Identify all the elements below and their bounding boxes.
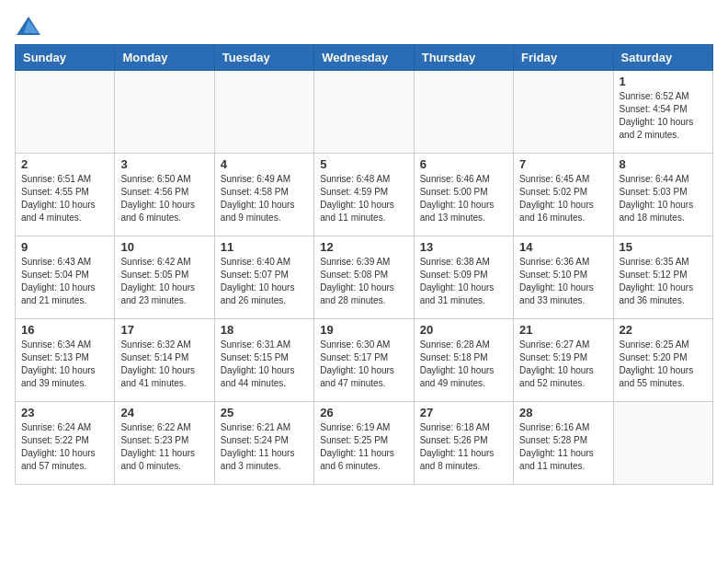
calendar-cell [214,71,313,154]
day-number: 16 [21,323,108,337]
day-number: 28 [519,406,607,419]
day-info: Sunrise: 6:25 AM Sunset: 5:20 PM Dayligh… [620,339,707,390]
calendar-cell: 4Sunrise: 6:49 AM Sunset: 4:58 PM Daylig… [214,154,313,236]
header-day-sunday: Sunday [16,45,115,71]
day-number: 20 [420,323,507,337]
calendar-cell: 6Sunrise: 6:46 AM Sunset: 5:00 PM Daylig… [414,154,513,236]
day-number: 3 [120,157,208,171]
calendar-cell: 8Sunrise: 6:44 AM Sunset: 5:03 PM Daylig… [613,154,712,236]
header-day-monday: Monday [115,45,214,71]
day-number: 10 [120,240,208,254]
header-day-thursday: Thursday [414,45,513,71]
day-info: Sunrise: 6:35 AM Sunset: 5:12 PM Dayligh… [620,256,707,307]
day-number: 11 [221,240,308,254]
calendar-week-5: 23Sunrise: 6:24 AM Sunset: 5:22 PM Dayli… [16,402,713,485]
day-number: 24 [120,406,208,419]
day-number: 26 [320,406,407,419]
page-header [15,15,713,37]
day-info: Sunrise: 6:32 AM Sunset: 5:14 PM Dayligh… [120,339,208,390]
logo [15,15,46,37]
calendar-cell: 19Sunrise: 6:30 AM Sunset: 5:17 PM Dayli… [314,319,414,402]
calendar-cell: 1Sunrise: 6:52 AM Sunset: 4:54 PM Daylig… [613,71,712,154]
day-info: Sunrise: 6:28 AM Sunset: 5:18 PM Dayligh… [420,339,507,390]
day-info: Sunrise: 6:34 AM Sunset: 5:13 PM Dayligh… [21,339,108,390]
calendar-cell: 9Sunrise: 6:43 AM Sunset: 5:04 PM Daylig… [16,236,115,319]
day-info: Sunrise: 6:38 AM Sunset: 5:09 PM Dayligh… [420,256,507,307]
calendar-cell [16,71,115,154]
day-number: 6 [420,157,507,171]
calendar-week-2: 2Sunrise: 6:51 AM Sunset: 4:55 PM Daylig… [16,154,713,236]
day-info: Sunrise: 6:31 AM Sunset: 5:15 PM Dayligh… [221,339,308,390]
calendar-cell: 15Sunrise: 6:35 AM Sunset: 5:12 PM Dayli… [613,236,712,319]
day-info: Sunrise: 6:42 AM Sunset: 5:05 PM Dayligh… [120,256,208,307]
day-info: Sunrise: 6:27 AM Sunset: 5:19 PM Dayligh… [519,339,607,390]
header-day-tuesday: Tuesday [214,45,313,71]
calendar-cell: 22Sunrise: 6:25 AM Sunset: 5:20 PM Dayli… [613,319,712,402]
calendar-cell: 11Sunrise: 6:40 AM Sunset: 5:07 PM Dayli… [214,236,313,319]
day-info: Sunrise: 6:50 AM Sunset: 4:56 PM Dayligh… [120,173,208,224]
calendar-cell [115,71,214,154]
calendar-cell: 14Sunrise: 6:36 AM Sunset: 5:10 PM Dayli… [514,236,613,319]
day-number: 12 [320,240,407,254]
calendar-cell: 3Sunrise: 6:50 AM Sunset: 4:56 PM Daylig… [115,154,214,236]
day-info: Sunrise: 6:24 AM Sunset: 5:22 PM Dayligh… [21,421,108,473]
header-day-friday: Friday [514,45,613,71]
calendar-cell: 13Sunrise: 6:38 AM Sunset: 5:09 PM Dayli… [414,236,513,319]
calendar-cell: 5Sunrise: 6:48 AM Sunset: 4:59 PM Daylig… [314,154,414,236]
day-info: Sunrise: 6:52 AM Sunset: 4:54 PM Dayligh… [620,90,707,142]
day-number: 13 [420,240,507,254]
day-number: 23 [21,406,108,419]
day-number: 27 [420,406,507,419]
calendar-table: SundayMondayTuesdayWednesdayThursdayFrid… [15,44,713,485]
day-info: Sunrise: 6:18 AM Sunset: 5:26 PM Dayligh… [420,421,507,473]
day-info: Sunrise: 6:45 AM Sunset: 5:02 PM Dayligh… [519,173,607,224]
calendar-cell: 7Sunrise: 6:45 AM Sunset: 5:02 PM Daylig… [514,154,613,236]
calendar-week-1: 1Sunrise: 6:52 AM Sunset: 4:54 PM Daylig… [16,71,713,154]
day-info: Sunrise: 6:39 AM Sunset: 5:08 PM Dayligh… [320,256,407,307]
day-info: Sunrise: 6:44 AM Sunset: 5:03 PM Dayligh… [620,173,707,224]
day-number: 25 [221,406,308,419]
day-info: Sunrise: 6:30 AM Sunset: 5:17 PM Dayligh… [320,339,407,390]
day-info: Sunrise: 6:19 AM Sunset: 5:25 PM Dayligh… [320,421,407,473]
day-number: 21 [519,323,607,337]
calendar-cell: 28Sunrise: 6:16 AM Sunset: 5:28 PM Dayli… [514,402,613,485]
calendar-cell: 20Sunrise: 6:28 AM Sunset: 5:18 PM Dayli… [414,319,513,402]
day-number: 8 [620,157,707,171]
calendar-week-4: 16Sunrise: 6:34 AM Sunset: 5:13 PM Dayli… [16,319,713,402]
day-info: Sunrise: 6:43 AM Sunset: 5:04 PM Dayligh… [21,256,108,307]
calendar-cell: 25Sunrise: 6:21 AM Sunset: 5:24 PM Dayli… [214,402,313,485]
day-info: Sunrise: 6:16 AM Sunset: 5:28 PM Dayligh… [519,421,607,473]
calendar-cell: 17Sunrise: 6:32 AM Sunset: 5:14 PM Dayli… [115,319,214,402]
calendar-week-3: 9Sunrise: 6:43 AM Sunset: 5:04 PM Daylig… [16,236,713,319]
calendar-header-row: SundayMondayTuesdayWednesdayThursdayFrid… [16,45,713,71]
calendar-cell: 2Sunrise: 6:51 AM Sunset: 4:55 PM Daylig… [16,154,115,236]
calendar-cell [514,71,613,154]
calendar-cell [414,71,513,154]
day-info: Sunrise: 6:40 AM Sunset: 5:07 PM Dayligh… [221,256,308,307]
day-info: Sunrise: 6:49 AM Sunset: 4:58 PM Dayligh… [221,173,308,224]
calendar-cell: 21Sunrise: 6:27 AM Sunset: 5:19 PM Dayli… [514,319,613,402]
day-number: 19 [320,323,407,337]
day-number: 2 [21,157,108,171]
header-day-saturday: Saturday [613,45,712,71]
calendar-cell: 10Sunrise: 6:42 AM Sunset: 5:05 PM Dayli… [115,236,214,319]
calendar-cell: 16Sunrise: 6:34 AM Sunset: 5:13 PM Dayli… [16,319,115,402]
day-info: Sunrise: 6:46 AM Sunset: 5:00 PM Dayligh… [420,173,507,224]
day-info: Sunrise: 6:36 AM Sunset: 5:10 PM Dayligh… [519,256,607,307]
calendar-cell: 12Sunrise: 6:39 AM Sunset: 5:08 PM Dayli… [314,236,414,319]
calendar-cell: 23Sunrise: 6:24 AM Sunset: 5:22 PM Dayli… [16,402,115,485]
day-info: Sunrise: 6:51 AM Sunset: 4:55 PM Dayligh… [21,173,108,224]
day-number: 14 [519,240,607,254]
day-number: 4 [221,157,308,171]
day-info: Sunrise: 6:22 AM Sunset: 5:23 PM Dayligh… [120,421,208,473]
calendar-cell: 24Sunrise: 6:22 AM Sunset: 5:23 PM Dayli… [115,402,214,485]
calendar-cell: 27Sunrise: 6:18 AM Sunset: 5:26 PM Dayli… [414,402,513,485]
calendar-cell [314,71,414,154]
day-number: 1 [620,75,707,88]
calendar-cell: 18Sunrise: 6:31 AM Sunset: 5:15 PM Dayli… [214,319,313,402]
day-info: Sunrise: 6:48 AM Sunset: 4:59 PM Dayligh… [320,173,407,224]
day-number: 7 [519,157,607,171]
calendar-cell [613,402,712,485]
day-info: Sunrise: 6:21 AM Sunset: 5:24 PM Dayligh… [221,421,308,473]
logo-icon [15,15,42,37]
